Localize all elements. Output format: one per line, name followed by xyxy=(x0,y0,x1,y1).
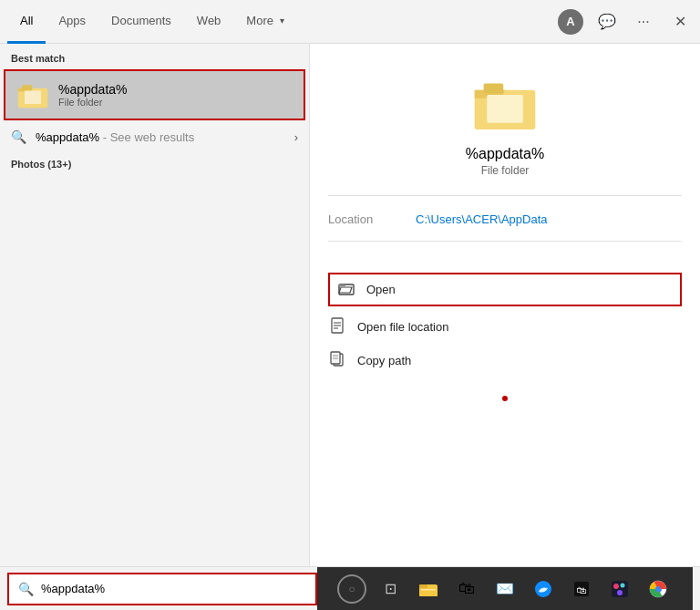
cortana-button[interactable]: ○ xyxy=(335,573,368,605)
feedback-icon: 💬 xyxy=(598,13,616,30)
photos-label: Photos (13+) xyxy=(0,151,309,173)
open-file-location-label: Open file location xyxy=(357,320,448,334)
search-input[interactable] xyxy=(41,582,306,595)
right-app-type: File folder xyxy=(481,164,530,177)
best-match-name: %appdata% xyxy=(58,82,128,97)
feedback-button[interactable]: 💬 xyxy=(594,9,620,35)
best-match-label: Best match xyxy=(0,44,309,67)
search-input-area[interactable]: 🔍 xyxy=(7,573,317,605)
fresco-button[interactable] xyxy=(603,573,636,605)
copy-path-action[interactable]: Copy path xyxy=(310,344,700,377)
tab-more[interactable]: More ▾ xyxy=(233,0,297,44)
action-divider xyxy=(328,241,682,242)
right-content: %appdata% File folder Location C:\Users\… xyxy=(310,44,700,401)
taskbar: ○ ⊡ 🛍 ✉️ xyxy=(317,567,693,611)
chevron-down-icon: ▾ xyxy=(280,16,284,26)
search-icon: 🔍 xyxy=(11,129,26,144)
task-view-button[interactable]: ⊡ xyxy=(374,573,407,605)
avatar[interactable]: A xyxy=(558,9,583,35)
open-label: Open xyxy=(366,283,396,296)
svg-point-24 xyxy=(621,583,625,587)
web-search-text: %appdata% - See web results xyxy=(36,130,194,144)
open-file-location-action[interactable]: Open file location xyxy=(310,310,700,344)
left-panel: Best match %appdata% File folder 🔍 xyxy=(0,44,310,566)
edge-button[interactable] xyxy=(527,573,560,605)
location-value[interactable]: C:\Users\ACER\AppData xyxy=(416,212,548,226)
svg-text:🛍: 🛍 xyxy=(576,584,587,595)
store-button[interactable]: 🛍 xyxy=(450,573,483,605)
close-button[interactable]: ✕ xyxy=(667,9,693,35)
close-icon: ✕ xyxy=(674,13,686,30)
mail-icon: ✉️ xyxy=(496,580,514,597)
svg-rect-16 xyxy=(419,587,438,596)
ellipsis-icon: ··· xyxy=(637,14,649,30)
bottom-bar: 🔍 ○ ⊡ xyxy=(0,566,700,610)
info-divider xyxy=(328,195,682,196)
svg-point-28 xyxy=(655,586,661,592)
red-dot xyxy=(502,396,508,401)
best-match-sub: File folder xyxy=(58,97,128,108)
svg-rect-5 xyxy=(487,95,523,123)
mail-button[interactable]: ✉️ xyxy=(489,573,521,605)
tab-web[interactable]: Web xyxy=(184,0,234,44)
svg-rect-2 xyxy=(25,91,41,104)
main-content: Best match %appdata% File folder 🔍 xyxy=(0,44,700,566)
shopping-button[interactable]: 🛍 xyxy=(565,573,598,605)
open-action[interactable]: Open xyxy=(328,273,682,306)
file-explorer-icon xyxy=(418,580,438,598)
chevron-right-icon: › xyxy=(294,130,298,144)
tab-apps[interactable]: Apps xyxy=(46,0,98,44)
web-search-row[interactable]: 🔍 %appdata% - See web results › xyxy=(0,122,309,151)
svg-rect-17 xyxy=(419,584,427,588)
open-icon xyxy=(337,280,355,299)
file-explorer-button[interactable] xyxy=(412,573,445,605)
fresco-icon xyxy=(611,580,629,598)
chrome-icon xyxy=(649,580,667,598)
svg-rect-4 xyxy=(484,84,504,94)
action-list: Open Open file location xyxy=(310,269,700,377)
nav-right: A 💬 ··· ✕ xyxy=(558,9,693,35)
tab-documents[interactable]: Documents xyxy=(98,0,184,44)
right-app-name: %appdata% xyxy=(466,146,544,162)
svg-rect-1 xyxy=(22,85,32,89)
folder-icon-large xyxy=(472,71,538,137)
cortana-icon: ○ xyxy=(337,574,366,604)
svg-point-23 xyxy=(613,584,619,589)
shopping-icon: 🛍 xyxy=(572,580,591,598)
store-icon: 🛍 xyxy=(458,579,475,598)
search-panel: All Apps Documents Web More ▾ A 💬 ··· xyxy=(0,0,700,610)
svg-point-25 xyxy=(617,590,623,595)
svg-rect-18 xyxy=(421,589,436,591)
svg-rect-12 xyxy=(331,352,340,364)
best-match-text: %appdata% File folder xyxy=(58,82,128,108)
file-location-icon xyxy=(328,317,346,336)
nav-tabs: All Apps Documents Web More ▾ A 💬 ··· xyxy=(0,0,700,44)
best-match-item[interactable]: %appdata% File folder xyxy=(4,69,305,120)
task-view-icon: ⊡ xyxy=(385,580,396,597)
search-loop-icon: 🔍 xyxy=(18,582,34,596)
tab-all[interactable]: All xyxy=(7,0,46,44)
info-row-location: Location C:\Users\ACER\AppData xyxy=(310,209,700,230)
more-options-button[interactable]: ··· xyxy=(631,9,656,35)
chrome-button[interactable] xyxy=(642,573,674,605)
right-panel: %appdata% File folder Location C:\Users\… xyxy=(310,44,700,566)
folder-icon xyxy=(16,78,49,111)
copy-icon xyxy=(328,351,346,370)
copy-path-label: Copy path xyxy=(357,354,411,367)
edge-icon xyxy=(534,580,552,598)
location-label: Location xyxy=(328,212,401,226)
